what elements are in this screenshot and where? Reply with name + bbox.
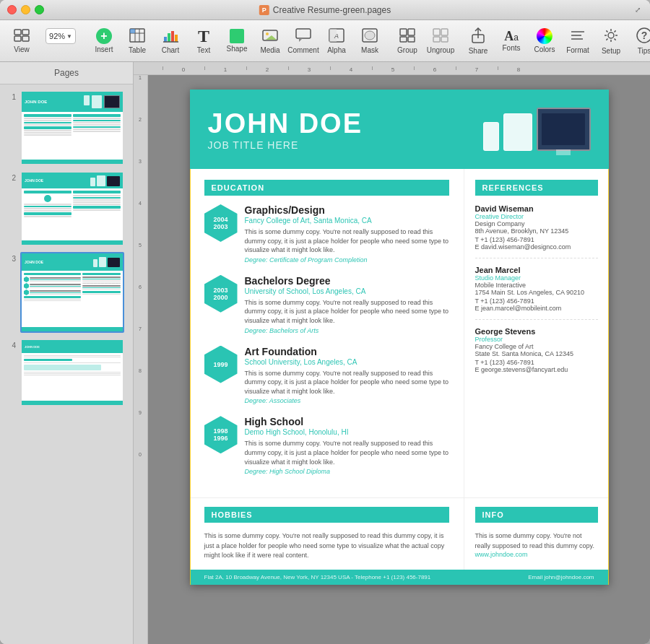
view-button[interactable]: View xyxy=(6,26,38,56)
edu-desc-4: This is some dummy copy. You're not real… xyxy=(245,439,449,466)
edu-desc-1: This is some dummy copy. You're not real… xyxy=(245,227,449,255)
ref-2-email: E jean.marcel@mobileint.com xyxy=(475,305,598,312)
alpha-icon: A xyxy=(329,28,344,45)
chart-button[interactable]: Chart xyxy=(155,25,186,57)
minimize-button[interactable] xyxy=(21,5,30,14)
ref-3-address: State St. Santa Monica, CA 12345 xyxy=(475,350,598,357)
resume-main-column: EDUCATION 2004 2003 Gr xyxy=(190,169,464,497)
media-button[interactable]: Media xyxy=(254,25,286,57)
ungroup-button[interactable]: Ungroup xyxy=(425,25,456,57)
canvas-area[interactable]: 0 1 2 3 4 5 6 7 8 1 2 3 4 5 6 7 xyxy=(134,62,650,644)
edu-degree-4: Degree: High School Diploma xyxy=(245,468,449,475)
page-num-3: 3 xyxy=(9,255,16,263)
app-icon: P xyxy=(259,5,269,15)
format-button[interactable]: Format xyxy=(562,25,594,57)
page-thumb-2[interactable]: JOHN DOE xyxy=(20,171,124,246)
shape-label: Shape xyxy=(227,45,248,53)
svg-rect-17 xyxy=(296,29,311,38)
page-thumb-1[interactable]: JOHN DOE xyxy=(20,90,124,165)
edu-desc-2: This is some dummy copy. You're not real… xyxy=(245,298,449,326)
page-thumb-3-container: 3 JOHN DOE xyxy=(9,252,124,333)
fonts-button[interactable]: Aa Fonts xyxy=(495,27,527,55)
tips-icon: ? xyxy=(636,27,650,45)
edu-entry-2: 2003 2000 Bachelors Degree University of… xyxy=(204,275,449,334)
alpha-button[interactable]: A Alpha xyxy=(321,25,352,57)
close-button[interactable] xyxy=(7,5,17,14)
tips-button[interactable]: ? Tips xyxy=(628,25,650,58)
format-icon xyxy=(570,28,586,45)
thumb-1-col2 xyxy=(73,113,121,136)
resume-footer: Flat 2A, 10 Broadway Avenue, New York, N… xyxy=(190,570,609,585)
ref-1-name: David Wiseman xyxy=(475,204,598,213)
pages-list: 1 JOHN DOE xyxy=(0,84,133,644)
shape-icon xyxy=(230,29,244,43)
edu-hexagon-4: 1998 1996 xyxy=(204,416,238,453)
group-button[interactable]: Group xyxy=(391,25,423,57)
setup-label: Setup xyxy=(602,47,620,55)
media-icon xyxy=(262,28,278,45)
page-thumb-3[interactable]: JOHN DOE xyxy=(20,252,124,333)
insert-icon: + xyxy=(96,28,112,44)
resume-header-right xyxy=(483,108,591,151)
edu-school-4: Demo High School, Honolulu, HI xyxy=(245,428,449,436)
page-num-1: 1 xyxy=(9,93,16,101)
shape-button[interactable]: Shape xyxy=(221,26,253,56)
zoom-arrow-icon: ▼ xyxy=(66,33,72,40)
ruler-side-3: 4 xyxy=(134,201,147,206)
hobbies-header: HOBBIES xyxy=(204,507,449,523)
edu-content-3: Art Foundation School University, Los An… xyxy=(245,346,449,405)
edu-school-1: Fancy College of Art, Santa Monica, CA xyxy=(245,217,449,225)
document-wrapper: JOHN DOE JOB TITLE HERE xyxy=(190,90,609,585)
maximize-button[interactable] xyxy=(35,5,44,14)
media-label: Media xyxy=(260,46,280,54)
thumb-2-footer xyxy=(22,240,123,245)
mask-label: Mask xyxy=(361,46,378,54)
text-label: Text xyxy=(197,46,210,54)
ruler-mark-8: 8 xyxy=(498,66,540,73)
svg-rect-26 xyxy=(400,37,407,42)
edu-year-1: 2004 2003 xyxy=(204,204,238,264)
ref-3-company: Fancy College of Art xyxy=(475,343,598,350)
page-thumb-4[interactable]: JOHN DOE xyxy=(20,339,124,406)
text-button[interactable]: T Text xyxy=(188,25,220,57)
svg-rect-32 xyxy=(441,37,448,42)
comment-button[interactable]: Comment xyxy=(287,25,319,57)
colors-button[interactable]: Colors xyxy=(529,25,560,56)
edu-entry-1: 2004 2003 Graphics/Design Fancy College … xyxy=(204,204,449,264)
resume-bottom: HOBBIES This is some dummy copy. You're … xyxy=(190,497,609,570)
edu-year-2: 2003 2000 xyxy=(204,275,238,334)
zoom-control[interactable]: 92% ▼ View xyxy=(39,25,82,56)
svg-text:?: ? xyxy=(641,30,648,41)
setup-button[interactable]: Setup xyxy=(595,25,627,58)
svg-rect-30 xyxy=(441,29,448,35)
education-header: EDUCATION xyxy=(204,180,449,196)
info-header: INFO xyxy=(475,507,598,523)
zoom-group[interactable]: 92% ▼ xyxy=(46,28,76,44)
svg-point-15 xyxy=(266,32,269,35)
fonts-icon: Aa xyxy=(504,30,519,43)
fonts-label: Fonts xyxy=(502,44,520,52)
svg-marker-18 xyxy=(299,38,303,42)
edu-hexagon-1: 2004 2003 xyxy=(204,204,238,242)
fullscreen-icon[interactable]: ⤢ xyxy=(633,5,643,15)
edu-content-1: Graphics/Design Fancy College of Art, Sa… xyxy=(245,204,449,264)
ref-2-name: Jean Marcel xyxy=(475,266,598,274)
reference-3: George Stevens Professor Fancy College o… xyxy=(475,327,598,380)
chart-label: Chart xyxy=(162,46,179,54)
page-thumb-2-container: 2 JOHN DOE xyxy=(9,171,124,246)
thumb-1-header: JOHN DOE xyxy=(22,92,123,112)
thumb-3-header: JOHN DOE xyxy=(22,253,123,271)
share-button[interactable]: Share xyxy=(462,25,494,58)
table-label: Table xyxy=(129,46,146,54)
page-3-preview: JOHN DOE xyxy=(22,253,123,331)
thumb-4-header: JOHN DOE xyxy=(22,340,123,353)
ruler-side-4: 5 xyxy=(134,243,147,248)
thumb-2-header: JOHN DOE xyxy=(22,173,123,188)
insert-button[interactable]: + Insert xyxy=(88,25,120,56)
edu-content-4: High School Demo High School, Honolulu, … xyxy=(245,416,449,475)
ruler-mark-0: 0 xyxy=(162,66,204,73)
setup-icon xyxy=(603,27,619,45)
resume-job-title: JOB TITLE HERE xyxy=(208,139,483,151)
table-button[interactable]: Table xyxy=(121,25,153,57)
mask-button[interactable]: Mask xyxy=(354,25,386,57)
